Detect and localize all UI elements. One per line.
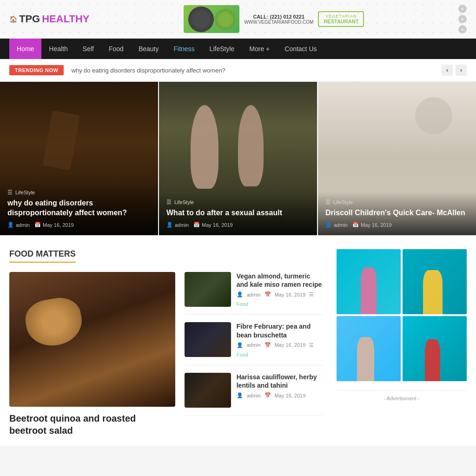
logo-healthy: HEALTHY	[42, 13, 89, 25]
header-icons: ● ● ●	[458, 5, 467, 33]
food-article-2-image	[185, 322, 231, 357]
list-icon-a2: ☰	[309, 342, 314, 348]
calendar-icon-a3: 📅	[264, 392, 271, 398]
logo[interactable]: 🏠 TPG HEALTHY	[9, 13, 90, 25]
author-icon-1: 👤	[7, 222, 14, 228]
badge-sub: VEGETARIAN	[324, 14, 358, 19]
social-icon-3[interactable]: ●	[458, 25, 467, 33]
nav-lifestyle[interactable]: LifeStyle	[202, 39, 242, 59]
hero-section: ☰ LifeStyle why do eating disorders disp…	[0, 82, 476, 235]
restaurant-badge: VEGETARIAN RESTAURANT	[318, 11, 364, 27]
person-silhouette-2	[416, 262, 454, 314]
author-icon-a3: 👤	[237, 392, 243, 398]
nav-beauty[interactable]: Beauty	[131, 39, 166, 59]
sidebar-image-4	[403, 316, 467, 381]
food-article-2-meta: 👤 admin 📅 May 16, 2019 ☰ Food	[237, 342, 323, 357]
food-article-2[interactable]: Fibre February: pea and bean bruschetta …	[185, 322, 323, 365]
trending-label: TRENDING NOW	[9, 65, 64, 75]
nav-food[interactable]: Food	[101, 39, 131, 59]
trending-text: why do eating disorders disproportionate…	[71, 67, 434, 74]
food-image	[184, 5, 239, 33]
food-article-1-image	[185, 272, 231, 307]
hero-card-2-overlay: ☰ LifeStyle What to do after a sexual as…	[159, 192, 317, 235]
hero-card-3-meta: 👤 admin 📅 May 16, 2019	[325, 222, 469, 228]
advertisment-label: - Advertisment -	[337, 390, 467, 406]
food-main-title: Beetroot quinoa and roasted beetroot sal…	[9, 412, 175, 436]
hero-card-1-overlay: ☰ LifeStyle why do eating disorders disp…	[0, 182, 158, 235]
hero-card-3-title: Driscoll Children's Quick Care- McAllen	[325, 208, 469, 218]
hero-card-2-title: What to do after a sexual assault	[166, 208, 310, 218]
nav-more[interactable]: More +	[242, 39, 277, 59]
header-center: CALL: (221) 012 0221 WWW.VEGETARIANFOOD.…	[184, 5, 364, 33]
social-icon-2[interactable]: ●	[458, 15, 467, 23]
sidebar-image-1	[337, 249, 401, 314]
sidebar-image-2	[403, 249, 467, 314]
trending-next[interactable]: ›	[456, 65, 467, 76]
nav-health[interactable]: Health	[41, 39, 75, 59]
nav-home[interactable]: Home	[9, 39, 41, 59]
trending-navigation: ‹ ›	[442, 65, 467, 76]
nav-self[interactable]: Self	[75, 39, 101, 59]
food-article-3-image	[185, 373, 231, 408]
trending-bar: TRENDING NOW why do eating disorders dis…	[0, 59, 476, 82]
hero-card-1-author: 👤 admin	[7, 222, 30, 228]
food-main-image	[9, 272, 175, 407]
calendar-icon-1: 📅	[34, 222, 41, 228]
badge-main: RESTAURANT	[324, 19, 358, 24]
food-article-1-title: Vegan almond, turmeric and kale miso ram…	[237, 272, 323, 289]
food-section-title: FOOD MATTERS	[9, 249, 76, 263]
hero-card-3-author: 👤 admin	[325, 222, 348, 228]
social-icon-1[interactable]: ●	[458, 5, 467, 13]
main-content: FOOD MATTERS Beetroot quinoa and roasted…	[0, 235, 476, 446]
top-header: 🏠 TPG HEALTHY CALL: (221) 012 0221 WWW.V…	[0, 0, 476, 39]
author-icon-2: 👤	[166, 222, 173, 228]
header-url: WWW.VEGETARIANFOOD.COM	[244, 20, 313, 25]
author-icon-a1: 👤	[237, 291, 243, 298]
person-silhouette-3	[350, 329, 388, 381]
hero-card-1[interactable]: ☰ LifeStyle why do eating disorders disp…	[0, 82, 158, 235]
hero-card-3-overlay: ☰ LifeStyle Driscoll Children's Quick Ca…	[318, 192, 476, 235]
person-silhouette-1	[350, 262, 388, 314]
food-article-3-meta: 👤 admin 📅 May 16, 2019	[237, 392, 323, 398]
food-article-2-content: Fibre February: pea and bean bruschetta …	[237, 322, 323, 357]
hero-card-2-category: ☰ LifeStyle	[166, 199, 310, 205]
food-articles: Vegan almond, turmeric and kale miso ram…	[185, 272, 323, 436]
food-article-3-title: Harissa cauliflower, herby lentils and t…	[237, 373, 323, 390]
hero-card-1-meta: 👤 admin 📅 May 16, 2019	[7, 222, 151, 228]
hero-card-2-date: 📅 May 16, 2019	[193, 222, 233, 228]
main-nav: Home Health Self Food Beauty Fitness Lif…	[0, 39, 476, 59]
food-section: FOOD MATTERS Beetroot quinoa and roasted…	[9, 249, 323, 436]
nav-contact[interactable]: Contact Us	[277, 39, 324, 59]
calendar-icon-a2: 📅	[264, 342, 271, 348]
nav-fitness[interactable]: Fitness	[166, 39, 202, 59]
food-main-article[interactable]: Beetroot quinoa and roasted beetroot sal…	[9, 272, 175, 436]
hero-card-2-meta: 👤 admin 📅 May 16, 2019	[166, 222, 310, 228]
hero-card-3[interactable]: ☰ LifeStyle Driscoll Children's Quick Ca…	[318, 82, 476, 235]
logo-tpg: TPG	[19, 13, 40, 25]
sidebar-images	[337, 249, 467, 381]
author-icon-3: 👤	[325, 222, 332, 228]
sidebar: - Advertisment -	[337, 249, 467, 436]
category-icon-3: ☰	[325, 199, 331, 205]
calendar-icon-2: 📅	[193, 222, 200, 228]
category-icon-2: ☰	[166, 199, 172, 205]
food-article-1-content: Vegan almond, turmeric and kale miso ram…	[237, 272, 323, 307]
food-grid: Beetroot quinoa and roasted beetroot sal…	[9, 272, 323, 436]
sidebar-image-3	[337, 316, 401, 381]
hero-card-2-author: 👤 admin	[166, 222, 189, 228]
hero-card-1-title: why do eating disorders disproportionate…	[7, 198, 151, 218]
food-article-3-content: Harissa cauliflower, herby lentils and t…	[237, 373, 323, 408]
hero-card-1-category: ☰ LifeStyle	[7, 189, 151, 196]
hero-card-1-date: 📅 May 16, 2019	[34, 222, 74, 228]
list-icon-a1: ☰	[309, 291, 314, 298]
food-article-1[interactable]: Vegan almond, turmeric and kale miso ram…	[185, 272, 323, 315]
hero-card-2[interactable]: ☰ LifeStyle What to do after a sexual as…	[159, 82, 317, 235]
calendar-icon-3: 📅	[352, 222, 359, 228]
food-article-1-meta: 👤 admin 📅 May 16, 2019 ☰ Food	[237, 291, 323, 307]
header-call: CALL: (221) 012 0221	[244, 14, 313, 20]
food-article-2-title: Fibre February: pea and bean bruschetta	[237, 322, 323, 339]
food-article-3[interactable]: Harissa cauliflower, herby lentils and t…	[185, 373, 323, 416]
hero-card-3-date: 📅 May 16, 2019	[352, 222, 392, 228]
header-contact: CALL: (221) 012 0221 WWW.VEGETARIANFOOD.…	[244, 14, 313, 25]
trending-prev[interactable]: ‹	[442, 65, 453, 76]
